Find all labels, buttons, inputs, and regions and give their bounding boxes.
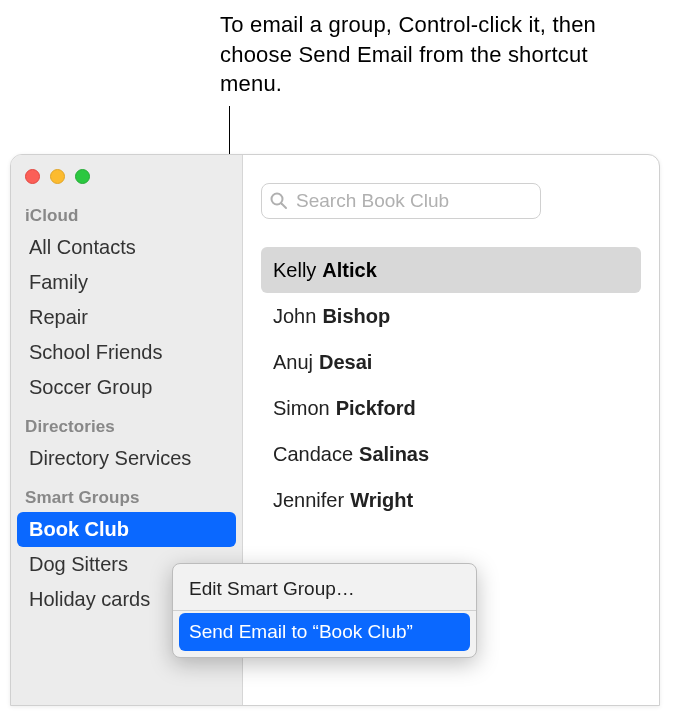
contact-first: Simon [273, 397, 330, 420]
sidebar-item-soccer-group[interactable]: Soccer Group [11, 370, 242, 405]
contact-last: Salinas [359, 443, 429, 466]
sidebar-item-repair[interactable]: Repair [11, 300, 242, 335]
contact-last: Desai [319, 351, 372, 374]
sidebar-section-smart-groups: Smart Groups [11, 476, 242, 512]
close-window-button[interactable] [25, 169, 40, 184]
sidebar-item-all-contacts[interactable]: All Contacts [11, 230, 242, 265]
sidebar-item-label: School Friends [29, 341, 162, 364]
context-menu: Edit Smart Group… Send Email to “Book Cl… [172, 563, 477, 658]
sidebar-item-label: All Contacts [29, 236, 136, 259]
contact-last: Wright [350, 489, 413, 512]
contact-first: Kelly [273, 259, 316, 282]
help-caption: To email a group, Control-click it, then… [220, 10, 650, 99]
sidebar-item-directory-services[interactable]: Directory Services [11, 441, 242, 476]
minimize-window-button[interactable] [50, 169, 65, 184]
sidebar-item-label: Book Club [29, 518, 129, 541]
contact-row[interactable]: Simon Pickford [261, 385, 641, 431]
callout-line [229, 106, 230, 154]
sidebar-item-book-club[interactable]: Book Club [17, 512, 236, 547]
contact-first: Candace [273, 443, 353, 466]
contact-row[interactable]: Candace Salinas [261, 431, 641, 477]
sidebar-item-label: Repair [29, 306, 88, 329]
contact-row[interactable]: John Bishop [261, 293, 641, 339]
sidebar-item-label: Family [29, 271, 88, 294]
contact-last: Bishop [322, 305, 390, 328]
contact-last: Altick [322, 259, 376, 282]
menu-divider [173, 610, 476, 611]
search-icon [269, 191, 289, 211]
svg-line-1 [282, 204, 287, 209]
zoom-window-button[interactable] [75, 169, 90, 184]
window-controls [11, 155, 242, 194]
contact-first: Anuj [273, 351, 313, 374]
search-wrap [261, 183, 641, 219]
contact-row[interactable]: Anuj Desai [261, 339, 641, 385]
sidebar-item-school-friends[interactable]: School Friends [11, 335, 242, 370]
sidebar-section-icloud: iCloud [11, 194, 242, 230]
search-input[interactable] [261, 183, 541, 219]
contact-first: John [273, 305, 316, 328]
menu-item-edit-smart-group[interactable]: Edit Smart Group… [173, 570, 476, 608]
sidebar-section-directories: Directories [11, 405, 242, 441]
contact-first: Jennifer [273, 489, 344, 512]
sidebar-item-label: Holiday cards [29, 588, 150, 611]
contact-row[interactable]: Kelly Altick [261, 247, 641, 293]
sidebar-item-label: Directory Services [29, 447, 191, 470]
sidebar-item-family[interactable]: Family [11, 265, 242, 300]
contact-row[interactable]: Jennifer Wright [261, 477, 641, 523]
sidebar-item-label: Dog Sitters [29, 553, 128, 576]
sidebar-item-label: Soccer Group [29, 376, 152, 399]
contact-last: Pickford [336, 397, 416, 420]
menu-item-send-email[interactable]: Send Email to “Book Club” [179, 613, 470, 651]
